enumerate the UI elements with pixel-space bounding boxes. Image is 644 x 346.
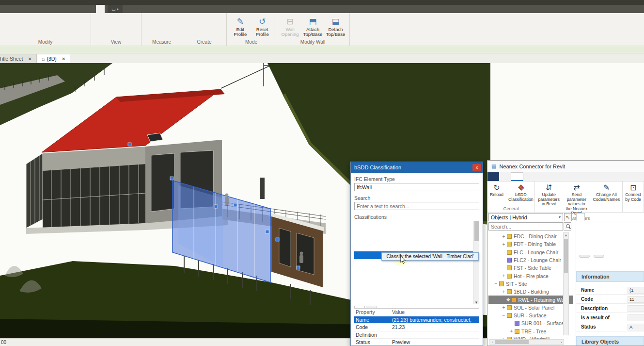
neanex-toolbar-button[interactable]: ⇄ Send parameter values to the Neanex Po…: [563, 183, 590, 216]
object-detail-tab[interactable]: [576, 213, 585, 221]
modify-tool-icon[interactable]: [32, 31, 40, 39]
tree-item[interactable]: − ✥ SIT - Site: [488, 280, 573, 288]
bsdd-detail-tab[interactable]: [354, 306, 365, 308]
view-tab[interactable]: ⌂ 1 - Title Sheet ✕: [0, 54, 37, 63]
scroll-left-icon[interactable]: ‹: [490, 340, 495, 345]
modify-tool-icon[interactable]: [42, 31, 50, 39]
ribbon-tab[interactable]: [70, 5, 79, 13]
expand-toggle-icon[interactable]: +: [501, 337, 506, 339]
neanex-titlebar[interactable]: ▤ Neanex Connector for Revit: [487, 161, 644, 172]
classification-item[interactable]: [354, 282, 479, 290]
expand-toggle-icon[interactable]: −: [493, 281, 499, 286]
view-tool-icon[interactable]: [104, 14, 112, 22]
details-row[interactable]: Name (21.23) buitenwanden; constructief,: [354, 316, 479, 324]
expand-toggle-icon[interactable]: +: [509, 329, 514, 334]
selected-wall-highlight[interactable]: [173, 181, 270, 282]
modify-tool-icon[interactable]: [42, 14, 50, 22]
view-tool-icon[interactable]: [94, 14, 102, 22]
neanex-toolbar-button[interactable]: ⇵ Update parameters in Revit: [535, 183, 563, 207]
neanex-tab[interactable]: [523, 172, 535, 181]
modify-wall-button[interactable]: ⬓ DetachTop/Base: [325, 16, 346, 37]
expand-toggle-icon[interactable]: +: [501, 242, 506, 247]
neanex-toolbar-button[interactable]: ❖ bSDD Classification: [506, 183, 536, 202]
neanex-tab[interactable]: [499, 172, 511, 181]
classification-pill[interactable]: [594, 255, 604, 258]
tree-horizontal-scrollbar[interactable]: ‹ ›: [489, 339, 564, 345]
classification-item[interactable]: [354, 267, 479, 275]
tree-item[interactable]: − ✥ SUR - Surface: [488, 312, 573, 319]
mode-button[interactable]: ✎ EditProfile: [230, 16, 251, 37]
classification-item[interactable]: [354, 229, 479, 237]
tree-item[interactable]: ✥ RWL - Retaining Wall: [488, 296, 573, 303]
ribbon-tab[interactable]: [17, 5, 26, 13]
modify-tool-icon[interactable]: [22, 31, 31, 39]
objects-mode-dropdown[interactable]: Objects | Hybrid ▾ ↖: [488, 213, 563, 221]
bsdd-detail-tab[interactable]: [366, 306, 377, 308]
modify-wall-button[interactable]: ⊟ WallOpening: [279, 16, 301, 37]
tree-vertical-scrollbar[interactable]: ▲: [563, 232, 569, 335]
search-icon[interactable]: [564, 222, 571, 231]
info-field-value[interactable]: [628, 314, 644, 321]
expand-toggle-icon[interactable]: +: [501, 289, 506, 295]
create-tool-icon[interactable]: [189, 20, 202, 33]
object-detail-tab[interactable]: [585, 213, 593, 221]
modify-tool-icon[interactable]: [51, 14, 60, 22]
neanex-tab[interactable]: [487, 172, 499, 181]
tree-item[interactable]: + ✥ Hot - Fire place: [488, 272, 573, 280]
modify-tool-icon[interactable]: [3, 31, 11, 39]
ribbon-tab[interactable]: [0, 5, 9, 13]
view-tool-icon[interactable]: [113, 14, 122, 22]
neanex-toolbar-button[interactable]: ↻ Reload: [487, 183, 506, 198]
tree-item[interactable]: + ✥ TRE - Tree: [488, 328, 573, 335]
tree-item[interactable]: ✥ FLC - Lounge Chair: [488, 248, 573, 256]
info-field-value[interactable]: [628, 305, 644, 312]
close-view-icon[interactable]: ✕: [62, 56, 65, 62]
classification-pill[interactable]: [579, 255, 590, 258]
neanex-toolbar-button[interactable]: ⊡ Connect by Code: [623, 183, 644, 202]
classifications-scrollbar[interactable]: ▲ ▼: [473, 221, 479, 304]
tree-item[interactable]: + ✥ FDT - Dining Table: [488, 240, 573, 248]
classification-item[interactable]: [354, 221, 479, 229]
tree-item[interactable]: + ✥ 1BLD - Building: [488, 288, 573, 296]
view-tool-icon[interactable]: [94, 22, 102, 31]
pick-object-button[interactable]: ↖: [564, 213, 572, 221]
classification-item[interactable]: [354, 297, 479, 304]
expand-toggle-icon[interactable]: −: [501, 313, 506, 318]
mode-button[interactable]: ↺ ResetProfile: [252, 16, 273, 37]
info-field-value[interactable]: 11: [628, 296, 644, 303]
view-tab[interactable]: ⌂ {3D} ✕: [37, 54, 70, 63]
modify-options-icon[interactable]: ▭•: [108, 5, 123, 13]
expand-toggle-icon[interactable]: +: [501, 305, 506, 310]
tree-item[interactable]: ✥ SUR.001 - Surface: [488, 319, 573, 327]
info-field-value[interactable]: A: [628, 324, 644, 330]
ribbon-tab[interactable]: [44, 5, 52, 13]
classification-item[interactable]: [354, 244, 479, 252]
close-view-icon[interactable]: ✕: [28, 56, 31, 62]
modify-tool-icon[interactable]: [22, 22, 31, 31]
tree-item[interactable]: ✥ FLC2 - Lounge Chair: [488, 256, 573, 264]
scroll-right-icon[interactable]: ›: [559, 340, 564, 345]
scrollbar-thumb[interactable]: [474, 221, 479, 241]
modify-tool-icon[interactable]: [13, 14, 21, 22]
measure-tool-icon[interactable]: [148, 22, 160, 31]
details-row[interactable]: Status Preview: [354, 339, 479, 346]
scroll-down-icon[interactable]: ▼: [473, 300, 479, 304]
view-tool-icon[interactable]: [113, 22, 122, 31]
ribbon-tab[interactable]: [35, 5, 44, 13]
ribbon-tab[interactable]: [87, 5, 96, 13]
tree-item[interactable]: + ✥ FDC - Dining Chair: [488, 232, 573, 240]
measure-tool-icon[interactable]: [164, 22, 175, 31]
ribbon-tab[interactable]: [79, 5, 87, 13]
ribbon-tab[interactable]: [52, 5, 61, 13]
tree-item[interactable]: + ✥ WND - Windmill: [488, 335, 573, 339]
ribbon-tab[interactable]: [96, 5, 105, 13]
modify-tool-icon[interactable]: [3, 14, 11, 22]
ifc-element-type-field[interactable]: [354, 183, 479, 191]
modify-tool-icon[interactable]: [13, 31, 21, 39]
objects-search-input[interactable]: [489, 224, 552, 230]
classification-item[interactable]: [354, 274, 479, 282]
modify-tool-icon[interactable]: [42, 22, 50, 31]
modify-tool-icon[interactable]: [32, 22, 40, 31]
info-field-value[interactable]: (1: [628, 287, 644, 294]
expand-toggle-icon[interactable]: +: [501, 273, 506, 279]
